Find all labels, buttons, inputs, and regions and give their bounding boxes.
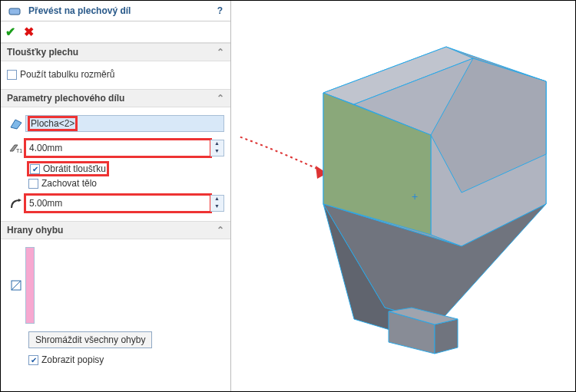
section-params-body: Plocha<2> T1 4.00mm ▲▼ Obrátit tloušťku … bbox=[1, 107, 230, 221]
bend-radius-icon bbox=[7, 196, 25, 210]
section-params-header[interactable]: Parametry plechového dílu ⌃ bbox=[1, 89, 230, 107]
bend-edges-list-selection bbox=[26, 248, 34, 323]
show-callouts-checkbox[interactable] bbox=[28, 355, 38, 365]
face-icon bbox=[7, 117, 25, 130]
radius-input[interactable]: 5.00mm bbox=[25, 195, 210, 212]
section-thickness-title: Tloušťky plechu bbox=[7, 47, 78, 58]
panel-title: Převést na plechový díl bbox=[28, 5, 214, 16]
bend-edges-list[interactable] bbox=[25, 247, 35, 324]
feature-icon bbox=[5, 4, 24, 18]
section-thickness-header[interactable]: Tloušťky plechu ⌃ bbox=[1, 43, 230, 61]
face-selection-row: Plocha<2> bbox=[7, 115, 224, 132]
keep-body-checkbox[interactable] bbox=[28, 179, 38, 189]
face-selection-value: Plocha<2> bbox=[29, 117, 76, 130]
section-bends-header[interactable]: Hrany ohybu ⌃ bbox=[1, 221, 230, 239]
svg-marker-1 bbox=[11, 120, 22, 129]
section-bends-body: Shromáždit všechny ohyby Zobrazit popisy bbox=[1, 239, 230, 374]
solid-body bbox=[323, 47, 546, 354]
edges-icon bbox=[7, 278, 25, 292]
chevron-up-icon: ⌃ bbox=[217, 47, 224, 58]
section-thickness-body: Použít tabulku rozměrů bbox=[1, 61, 230, 89]
use-gauge-table-label: Použít tabulku rozměrů bbox=[20, 69, 114, 80]
svg-text:T1: T1 bbox=[16, 148, 22, 153]
keep-body-row[interactable]: Zachovat tělo bbox=[28, 178, 224, 189]
reverse-thickness-label: Obrátit tloušťku bbox=[43, 163, 106, 174]
svg-marker-12 bbox=[435, 319, 458, 354]
thickness-value: 4.00mm bbox=[29, 143, 62, 153]
graphics-area[interactable]: + bbox=[239, 1, 575, 391]
confirm-bar: ✔ ✖ bbox=[1, 21, 230, 43]
chevron-up-icon: ⌃ bbox=[217, 225, 224, 236]
section-params-title: Parametry plechového dílu bbox=[7, 93, 124, 104]
section-bends-title: Hrany ohybu bbox=[7, 225, 63, 236]
thickness-icon: T1 bbox=[7, 142, 25, 154]
model-view: + bbox=[239, 1, 576, 392]
bend-edges-row bbox=[7, 247, 224, 324]
radius-spinner[interactable]: ▲▼ bbox=[210, 195, 224, 212]
radius-row: 5.00mm ▲▼ bbox=[7, 195, 224, 212]
svg-rect-0 bbox=[9, 8, 20, 15]
use-gauge-table-row[interactable]: Použít tabulku rozměrů bbox=[7, 69, 224, 80]
thickness-spinner[interactable]: ▲▼ bbox=[210, 140, 224, 156]
thickness-input[interactable]: 4.00mm bbox=[25, 140, 210, 156]
reverse-thickness-row[interactable]: Obrátit tloušťku bbox=[28, 163, 108, 175]
collect-bends-button[interactable]: Shromáždit všechny ohyby bbox=[28, 331, 152, 348]
show-callouts-row[interactable]: Zobrazit popisy bbox=[28, 354, 224, 365]
callout-arrow bbox=[239, 108, 327, 173]
keep-body-label: Zachovat tělo bbox=[41, 178, 97, 189]
show-callouts-label: Zobrazit popisy bbox=[41, 354, 104, 365]
face-selection-input[interactable]: Plocha<2> bbox=[25, 115, 224, 132]
cancel-button[interactable]: ✖ bbox=[24, 25, 34, 38]
panel-header: Převést na plechový díl ? bbox=[1, 1, 230, 21]
ok-button[interactable]: ✔ bbox=[5, 25, 15, 38]
origin-marker: + bbox=[412, 190, 418, 203]
svg-line-4 bbox=[12, 281, 21, 290]
radius-value: 5.00mm bbox=[29, 198, 62, 209]
reverse-thickness-checkbox[interactable] bbox=[30, 164, 40, 174]
help-button[interactable]: ? bbox=[214, 5, 226, 16]
chevron-up-icon: ⌃ bbox=[217, 93, 224, 104]
collect-bends-wrap: Shromáždit všechny ohyby bbox=[28, 327, 224, 348]
property-panel: Převést na plechový díl ? ✔ ✖ Tloušťky p… bbox=[1, 1, 231, 391]
use-gauge-table-checkbox[interactable] bbox=[7, 70, 17, 80]
thickness-row: T1 4.00mm ▲▼ bbox=[7, 140, 224, 156]
